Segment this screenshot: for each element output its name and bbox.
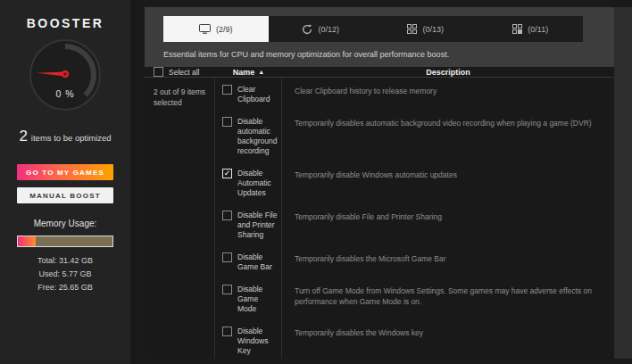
gauge-value: 0 % — [29, 88, 102, 99]
row-description: Clear Clipboard history to release memor… — [282, 78, 614, 110]
memory-usage-bar — [17, 236, 113, 247]
gauge-dial-icon — [29, 38, 102, 112]
row-checkbox[interactable] — [222, 252, 232, 262]
table-header: Select all Name ▲ Description — [145, 67, 614, 78]
sort-asc-arrow-icon: ▲ — [258, 69, 264, 75]
row-name-cell: Disable File and Printer Sharing — [215, 203, 282, 245]
row-name: Disable Game Bar — [237, 252, 278, 272]
category-header: (2/9) (0/12) (0/13) — [145, 7, 614, 67]
grid-icon — [407, 24, 417, 34]
tab-services[interactable]: (0/13) — [373, 16, 478, 42]
tab-apps[interactable]: (0/11) — [478, 16, 584, 42]
row-checkbox[interactable] — [222, 211, 232, 220]
grid-alt-icon — [512, 24, 522, 34]
row-checkbox[interactable] — [222, 85, 232, 95]
table-row[interactable]: Disable Automatic Updates Temporarily di… — [215, 161, 614, 203]
rows-container: Clear Clipboard Clear Clipboard history … — [215, 78, 614, 359]
row-checkbox[interactable] — [222, 169, 232, 178]
row-name: Disable Windows Key — [237, 327, 278, 356]
right-margin-strip — [614, 7, 632, 359]
tab-bar: (2/9) (0/12) (0/13) — [163, 16, 583, 42]
manual-boost-button[interactable]: MANUAL BOOST — [17, 187, 113, 203]
description-column-header: Description — [282, 68, 614, 77]
row-name: Disable Game Mode — [237, 285, 278, 314]
row-name-cell: Clear Clipboard — [215, 78, 282, 110]
row-checkbox[interactable] — [222, 327, 232, 336]
optimization-table: Select all Name ▲ Description 2 out of 9… — [145, 67, 614, 359]
boost-gauge: 0 % — [29, 38, 102, 112]
sidebar: BOOSTER 0 % 2items to be optimized GO TO… — [0, 0, 136, 364]
memory-bar-used — [18, 236, 36, 246]
table-row[interactable]: Disable File and Printer Sharing Tempora… — [215, 203, 614, 245]
monitor-icon — [199, 24, 211, 34]
optimize-count: 2 — [19, 128, 27, 145]
row-name: Disable automatic background recording — [237, 117, 278, 156]
table-row[interactable]: Disable Windows Key Temporarily disables… — [215, 319, 614, 359]
memory-usage-label: Memory Usage: — [34, 219, 97, 228]
row-description: Temporarily disables the Microsoft Game … — [282, 245, 614, 277]
table-body: 2 out of 9 items selected Clear Clipboar… — [145, 78, 614, 359]
row-description: Temporarily disable File and Printer Sha… — [282, 203, 614, 245]
tab-sync[interactable]: (0/12) — [269, 16, 374, 42]
row-name-cell: Disable automatic background recording — [215, 110, 282, 161]
row-name-cell: Disable Game Bar — [215, 245, 282, 277]
main-panel: (2/9) (0/12) (0/13) — [145, 7, 614, 359]
memory-used: Used: 5.77 GB — [37, 268, 93, 281]
optimize-label: items to be optimized — [31, 133, 112, 143]
row-description: Temporarily disable Windows automatic up… — [282, 161, 614, 203]
table-row[interactable]: Clear Clipboard Clear Clipboard history … — [215, 78, 614, 110]
row-checkbox[interactable] — [222, 285, 232, 294]
go-to-my-games-button[interactable]: GO TO MY GAMES — [17, 164, 113, 180]
memory-total: Total: 31.42 GB — [37, 254, 93, 268]
select-all-label: Select all — [169, 68, 200, 77]
tab-count: (0/12) — [318, 25, 339, 34]
row-name-cell: Disable Automatic Updates — [215, 161, 282, 203]
row-name-cell: Disable Windows Key — [215, 319, 282, 359]
row-description: Temporarily disables automatic backgroun… — [282, 110, 614, 161]
optimize-summary: 2items to be optimized — [19, 128, 111, 145]
tab-count: (2/9) — [216, 25, 233, 34]
table-row[interactable]: Disable Game Bar Temporarily disables th… — [215, 245, 614, 277]
row-checkbox[interactable] — [222, 117, 232, 127]
memory-free: Free: 25.65 GB — [37, 281, 93, 294]
row-name: Clear Clipboard — [237, 85, 278, 104]
row-name: Disable File and Printer Sharing — [237, 211, 278, 240]
category-description: Essential items for CPU and memory optim… — [163, 50, 614, 59]
tab-count: (0/13) — [422, 25, 444, 34]
row-name: Disable Automatic Updates — [237, 169, 278, 198]
name-header-label: Name — [233, 68, 255, 77]
app-title: BOOSTER — [27, 16, 104, 30]
row-name-cell: Disable Game Mode — [215, 277, 282, 319]
sync-icon — [302, 24, 312, 35]
row-description: Turn off Game Mode from Windows Settings… — [282, 277, 614, 319]
memory-stats: Total: 31.42 GB Used: 5.77 GB Free: 25.6… — [37, 254, 93, 294]
selection-summary: 2 out of 9 items selected — [145, 78, 215, 359]
name-column-header[interactable]: Name ▲ — [215, 68, 282, 77]
table-row[interactable]: Disable Game Mode Turn off Game Mode fro… — [215, 277, 614, 319]
app-window: BOOSTER 0 % 2items to be optimized GO TO… — [0, 0, 632, 364]
row-description: Temporarily disables the Windows key — [282, 319, 614, 359]
tab-count: (0/11) — [528, 25, 548, 34]
table-row[interactable]: Disable automatic background recording T… — [215, 110, 614, 161]
select-all-checkbox[interactable] — [154, 67, 163, 77]
tab-system-boost[interactable]: (2/9) — [163, 16, 269, 42]
